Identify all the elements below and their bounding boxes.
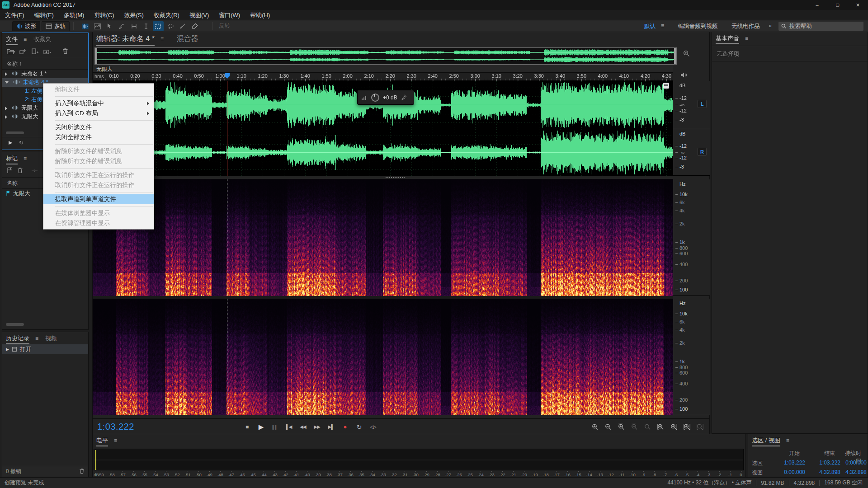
tab-history[interactable]: 历史记录 bbox=[2, 332, 32, 344]
stop-button[interactable]: ■ bbox=[242, 422, 252, 432]
razor-tool[interactable] bbox=[116, 21, 127, 31]
files-hscrollbar[interactable] bbox=[6, 131, 24, 134]
value-start[interactable]: 0:00.000 bbox=[764, 469, 805, 477]
slip-tool[interactable] bbox=[128, 21, 139, 31]
loop-playback-button[interactable]: ↻ bbox=[354, 422, 364, 432]
tab-essential-sound[interactable]: 基本声音 bbox=[712, 32, 742, 44]
delete-file-icon[interactable] bbox=[62, 48, 68, 56]
value-duration[interactable]: 0:00.000 bbox=[840, 460, 867, 467]
close-button[interactable]: ✕ bbox=[848, 0, 868, 10]
context-menu-item-3[interactable]: 插入到 CD 布局 bbox=[43, 108, 154, 118]
import-file-icon[interactable] bbox=[19, 48, 27, 56]
zoom-selection-in-point-button[interactable] bbox=[656, 422, 665, 432]
pause-button[interactable]: ▌▌ bbox=[270, 422, 280, 432]
skip-to-start-button[interactable]: ▌◀ bbox=[284, 422, 294, 432]
monitor-speaker-icon[interactable] bbox=[680, 72, 688, 80]
overview-start-handle[interactable] bbox=[95, 48, 97, 64]
zoom-full-button[interactable] bbox=[695, 422, 705, 432]
playhead-line-waveform[interactable] bbox=[227, 81, 227, 176]
levels-panel-menu-icon[interactable]: ≡ bbox=[111, 437, 120, 444]
editor-panel-menu-icon[interactable]: ≡ bbox=[157, 36, 167, 42]
menu-2[interactable]: 多轨(M) bbox=[59, 10, 90, 20]
tab-mixer[interactable]: 混音器 bbox=[173, 32, 201, 46]
tab-selection-view[interactable]: 选区 / 视图 bbox=[748, 434, 783, 446]
context-menu-item-5[interactable]: 关闭所选文件 bbox=[43, 122, 154, 132]
context-menu-item-0[interactable]: 编辑文件 bbox=[43, 84, 154, 94]
clear-history-icon[interactable] bbox=[79, 468, 85, 475]
waveform-view-button[interactable]: 波形 bbox=[12, 21, 40, 31]
tab-markers[interactable]: 标记 bbox=[2, 152, 20, 164]
context-menu-item-17[interactable]: 在资源管理器中显示 bbox=[43, 218, 154, 228]
spectral-display[interactable] bbox=[92, 21, 103, 31]
preview-loop-icon[interactable]: ↻ bbox=[19, 140, 23, 146]
context-menu-item-6[interactable]: 关闭全部文件 bbox=[43, 132, 154, 142]
overview-navigator[interactable] bbox=[94, 47, 677, 65]
open-file-icon[interactable] bbox=[7, 48, 15, 56]
zoom-out-button[interactable] bbox=[603, 422, 613, 432]
play-button[interactable]: ▶ bbox=[256, 422, 266, 432]
volume-hud[interactable]: +0 dB bbox=[357, 90, 414, 105]
tab-video[interactable]: 视频 bbox=[42, 332, 60, 344]
value-duration[interactable]: 4:32.898 bbox=[840, 469, 867, 477]
zoom-selection-full-button[interactable] bbox=[682, 422, 692, 432]
context-menu-item-16[interactable]: 在媒体浏览器中显示 bbox=[43, 208, 154, 218]
tab-favorites[interactable]: 收藏夹 bbox=[30, 33, 54, 45]
timeline-ruler[interactable]: hms 0:100:200:300:400:501:001:101:201:30… bbox=[93, 73, 673, 81]
wave-spectral-splitter[interactable] bbox=[93, 176, 673, 179]
spot-healing-brush-tool[interactable] bbox=[189, 21, 200, 31]
marquee-selection-tool[interactable] bbox=[153, 21, 164, 31]
paintbrush-selection-tool[interactable] bbox=[177, 21, 188, 31]
zoom-out-selection-button[interactable] bbox=[629, 422, 639, 432]
zoom-selection-out-point-button[interactable] bbox=[669, 422, 679, 432]
context-menu-item-8[interactable]: 解除所选文件的错误消息 bbox=[43, 146, 154, 156]
lasso-selection-tool[interactable] bbox=[165, 21, 176, 31]
multitrack-view-button[interactable]: 多轨 bbox=[42, 21, 70, 31]
record-button[interactable]: ● bbox=[340, 422, 350, 432]
time-selection-tool[interactable] bbox=[141, 21, 151, 31]
move-tool[interactable] bbox=[104, 21, 115, 31]
waveform-display[interactable] bbox=[80, 21, 90, 31]
spectrogram-left-channel[interactable] bbox=[93, 179, 673, 296]
rewind-button[interactable]: ◀◀ bbox=[298, 422, 308, 432]
markers-hscrollbar[interactable] bbox=[6, 323, 24, 326]
spectrogram-right-channel[interactable] bbox=[93, 299, 673, 415]
hud-pin-icon[interactable] bbox=[401, 94, 407, 100]
menu-3[interactable]: 剪辑(C) bbox=[89, 10, 119, 20]
selection-view-menu-icon[interactable]: ≡ bbox=[783, 437, 793, 444]
workspace-radio[interactable]: 无线电作品 bbox=[731, 23, 760, 30]
clip-gain-widget-icon[interactable] bbox=[663, 83, 669, 89]
expand-arrow-icon[interactable] bbox=[5, 107, 7, 110]
preview-play-icon[interactable]: ▶ bbox=[9, 140, 12, 145]
overview-zoom-icon[interactable] bbox=[683, 50, 690, 59]
zoom-to-selection-button[interactable] bbox=[616, 422, 626, 432]
search-box[interactable] bbox=[778, 22, 863, 31]
menu-6[interactable]: 视图(V) bbox=[184, 10, 214, 20]
maximize-button[interactable]: ▢ bbox=[827, 0, 848, 10]
value-end[interactable]: 4:32.898 bbox=[805, 469, 840, 477]
minimize-button[interactable]: – bbox=[807, 0, 827, 10]
left-channel-badge[interactable]: L bbox=[698, 100, 707, 108]
current-time-display[interactable]: 1:03.222 bbox=[97, 422, 134, 432]
invert-button[interactable]: 反转 bbox=[219, 22, 230, 30]
history-row[interactable]: ▶ 打开 bbox=[2, 344, 88, 354]
skip-to-end-button[interactable]: ▶▌ bbox=[326, 422, 336, 432]
markers-panel-menu-icon[interactable]: ≡ bbox=[20, 155, 30, 162]
files-panel-menu-icon[interactable]: ≡ bbox=[20, 36, 30, 42]
workspace-default[interactable]: 默认 bbox=[644, 23, 656, 30]
expand-arrow-icon[interactable] bbox=[5, 115, 7, 119]
menu-1[interactable]: 编辑(E) bbox=[29, 10, 59, 20]
collapse-arrow-icon[interactable] bbox=[5, 81, 9, 84]
overview-waveform[interactable] bbox=[95, 48, 676, 64]
fast-forward-button[interactable]: ▶▶ bbox=[312, 422, 322, 432]
menu-8[interactable]: 帮助(H) bbox=[245, 10, 275, 20]
menu-7[interactable]: 窗口(W) bbox=[214, 10, 245, 20]
essential-sound-menu-icon[interactable]: ≡ bbox=[742, 35, 751, 42]
search-input[interactable] bbox=[789, 23, 857, 29]
menu-0[interactable]: 文件(F) bbox=[0, 10, 29, 20]
files-name-header[interactable]: 名称 ↑ bbox=[2, 58, 88, 70]
expand-arrow-icon[interactable] bbox=[5, 72, 7, 76]
tab-levels[interactable]: 电平 bbox=[93, 434, 111, 446]
overview-end-handle[interactable] bbox=[674, 48, 676, 64]
value-end[interactable]: 1:03.222 bbox=[805, 460, 840, 467]
history-panel-menu-icon[interactable]: ≡ bbox=[32, 335, 42, 342]
